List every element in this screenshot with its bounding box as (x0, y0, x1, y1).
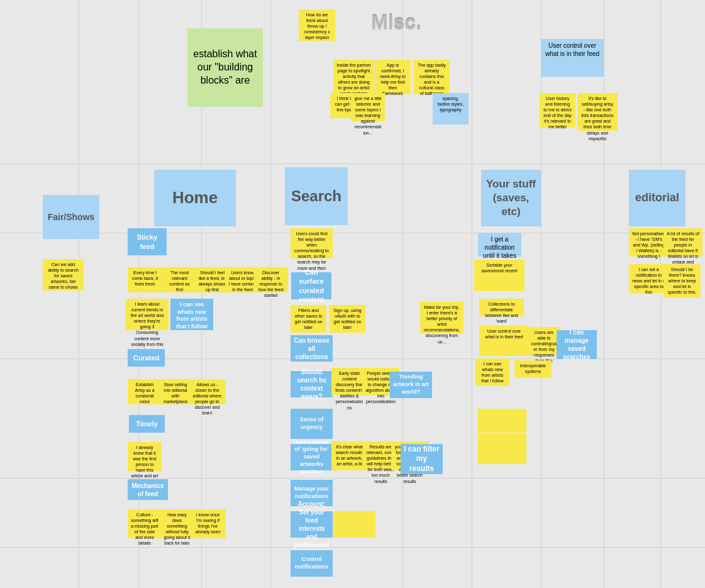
n-app-already[interactable]: The app badly already contains this and … (414, 60, 450, 94)
n-establish-artsy[interactable]: Establish Artsy as a curatorial voice (128, 379, 162, 404)
n-discover-ability[interactable]: Discover ability - in response to how th… (253, 267, 288, 292)
n-filters-saves[interactable]: Filters and other saves to get notified … (291, 305, 326, 333)
your-stuff-label[interactable]: Your stuff(saves,etc) (481, 170, 541, 226)
n-control-notifications[interactable]: Interoperable systems (514, 360, 552, 378)
n-going-for[interactable]: Sortable your saves/most recent (474, 260, 525, 291)
n-make-trip[interactable]: Make far your trip, I enter there's a be… (420, 302, 464, 333)
misc-section-title: Misc. (371, 11, 421, 35)
n-account-feed[interactable]: User control over what is in their feed (479, 326, 529, 356)
sticky-feed-label[interactable]: Sticky feed (128, 228, 167, 255)
n-feed-always[interactable]: Should I feel like a feed, ie. always sh… (195, 267, 230, 292)
home-label[interactable]: Home (154, 170, 236, 226)
manage-saved-searches-label[interactable]: I can manage saved searches (557, 330, 597, 359)
can-see-whats-new[interactable]: I can see whats new from artists that I … (170, 299, 213, 330)
n-manage-notifs[interactable]: Collections to differentiate between lik… (479, 299, 524, 316)
n-culture-miss[interactable]: Culture - something left a missing part … (128, 509, 162, 538)
n-current-trends[interactable]: I learn about current trends in the art … (126, 299, 169, 330)
n-sortable-saves[interactable] (478, 409, 526, 433)
n-collections-diff[interactable] (478, 434, 526, 464)
n-spacing[interactable]: spacing, button styles, typography (433, 93, 469, 125)
n-app-confirmed[interactable]: App is confirmed, I need Artsy to help m… (375, 60, 411, 94)
filter-topics-label[interactable]: Sense of urgency (291, 409, 333, 439)
sense-urgency-card[interactable]: I get a notification until it takes me t… (478, 233, 521, 257)
n-know-once[interactable]: I know once I'm seeing if things I've al… (190, 509, 226, 538)
n-signup-oauth[interactable]: Sign up, using oAuth with to get notifie… (330, 305, 365, 333)
building-blocks-card[interactable]: establish what our "building blocks" are (187, 28, 263, 107)
fair-shows-label[interactable]: Fair/Shows (43, 195, 99, 239)
search-context-label[interactable]: Control notifications (291, 550, 333, 577)
n-get-notification[interactable]: I can see whats new from artists that I … (475, 358, 509, 386)
n-search-fair[interactable]: Can we add ability to search for saved a… (43, 259, 84, 291)
browse-collections-label[interactable]: Account: Set your feed interests and pre… (291, 511, 333, 538)
n-users-find[interactable]: Users could find the way better when com… (291, 228, 333, 258)
n-fresh[interactable]: Every time I come back, it feels fresh (128, 267, 162, 292)
recently-searched-label[interactable]: Should search be context aware? (291, 371, 333, 397)
non-barnatory-label[interactable]: Can browse all collections (291, 335, 333, 362)
saved-search-label[interactable]: Can surface curated content (291, 272, 331, 299)
n-already-knew[interactable]: I already knew that it was the first per… (128, 442, 162, 471)
n-title-selector[interactable]: give me a title selector and some topics… (351, 93, 385, 121)
n-allows-editorial[interactable]: Allows us - closer to the editorial wher… (189, 379, 226, 404)
n-partner-page[interactable]: Inside the partner page to spotlight act… (333, 60, 374, 94)
n-user-history[interactable]: User history and listening to me to dire… (540, 93, 575, 128)
ability-search-label[interactable]: Not a sense of 'going for' saved artwork… (291, 444, 333, 470)
n-users-controlling[interactable]: Users are able to controlling/user from … (527, 327, 561, 356)
n-relevant-first[interactable]: The most relevant content as first (162, 267, 197, 292)
editorial-label[interactable]: editorial (629, 170, 686, 226)
search-label[interactable]: Search (285, 167, 348, 225)
note-how-think[interactable]: How do we think about throw up / consist… (299, 9, 335, 41)
user-control-card[interactable]: User control over what is in their feed (541, 39, 604, 77)
n-slow-selling[interactable]: Slow selling mix editorial with marketpl… (158, 379, 192, 404)
n-lot-results[interactable]: A lot of results of the feed for people … (663, 228, 702, 257)
n-should-be-there[interactable]: Should I be there? knows where to keep a… (663, 264, 701, 297)
n-sell-buying[interactable]: It's like to sell/buying artsy - like on… (577, 93, 618, 131)
n-can-set-notification[interactable]: I can set a notification to news and let… (629, 264, 669, 293)
n-not-personalised[interactable]: Not personalised - I have "DM's and Wp. … (629, 228, 669, 257)
mechanics-label[interactable]: Mechanics of feed (128, 479, 168, 500)
filter-results-label[interactable]: I can filter my results (401, 444, 443, 474)
trending-art-label[interactable]: Trending artwork in art world? (390, 372, 432, 398)
canvas: Misc. establish what our "building block… (0, 0, 705, 588)
curated-label[interactable]: Curated (128, 349, 165, 367)
n-interoperable[interactable] (333, 511, 375, 538)
timely-label[interactable]: Timely (129, 415, 165, 433)
